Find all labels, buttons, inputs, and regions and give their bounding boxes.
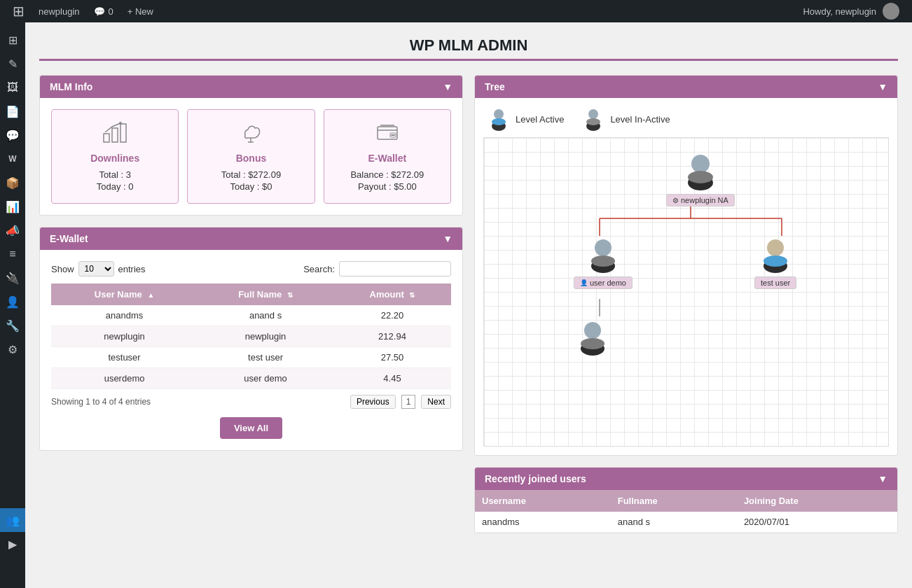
table-header: User Name ▲ Full Name ⇅ Amount ⇅	[51, 284, 451, 305]
legend-active: Level Active	[486, 106, 564, 132]
next-button[interactable]: Next	[421, 395, 451, 409]
bonus-card: Bonus Total : $272.09 Today : $0	[187, 109, 315, 204]
comment-icon: 💬	[94, 6, 105, 17]
tree-toggle-icon[interactable]: ▼	[878, 81, 887, 92]
legend-inactive-label: Level In-Active	[610, 114, 670, 125]
recently-joined-toggle-icon[interactable]: ▼	[878, 473, 887, 484]
entries-select[interactable]: 10 25 50 100	[78, 261, 114, 276]
sidebar-item-marketing[interactable]: 📣	[0, 218, 25, 242]
ewallet-controls: Show 10 25 50 100 entries Search:	[51, 261, 451, 276]
svg-rect-0	[104, 134, 109, 142]
tree-title: Tree	[485, 81, 505, 92]
user-demo-label: 👤 user demo	[574, 276, 633, 289]
ewallet-balance: Balance : $272.09	[333, 169, 442, 180]
col-rj-username: Username	[475, 490, 611, 512]
comments-link[interactable]: 💬 0	[87, 0, 120, 22]
tree-container: ⚙ newplugin NA	[483, 137, 889, 447]
ewallet-header: E-Wallet ▼	[40, 227, 462, 250]
root-node-label: ⚙ newplugin NA	[666, 194, 735, 206]
ewallet-section-title: E-Wallet	[50, 233, 88, 244]
new-content-link[interactable]: + New	[120, 0, 160, 22]
sidebar-item-mlm[interactable]: 👥	[0, 508, 25, 532]
recently-joined-body: Username Fullname Joining Date anandms a…	[475, 490, 897, 533]
site-name-link[interactable]: newplugin	[32, 0, 87, 22]
col-amount[interactable]: Amount ⇅	[333, 284, 451, 305]
svg-point-27	[764, 255, 787, 267]
sort-fullname-icon: ⇅	[287, 291, 293, 299]
col-username[interactable]: User Name ▲	[51, 284, 198, 305]
svg-point-22	[595, 239, 612, 256]
cell-amount: 27.50	[333, 347, 451, 368]
search-box: Search:	[303, 261, 451, 276]
mlm-info-toggle-icon[interactable]: ▼	[443, 81, 452, 92]
table-row: testuser test user 27.50	[51, 347, 451, 368]
wp-sidebar: ⊞ ✎ 🖼 📄 💬 W 📦 📊 📣 ≡ 🔌 👤 🔧 ⚙ 👥 ▶	[0, 22, 25, 588]
ewallet-toggle-icon[interactable]: ▼	[443, 233, 452, 244]
pagination: Previous 1 Next	[350, 395, 451, 409]
inactive-person-icon	[581, 106, 606, 132]
dashboard-grid: MLM Info ▼	[39, 75, 898, 533]
sidebar-item-pages[interactable]: 📄	[0, 99, 25, 123]
ewallet-payout: Payout : $5.00	[333, 181, 442, 192]
sidebar-item-comments[interactable]: 💬	[0, 123, 25, 147]
col-rj-fullname: Fullname	[611, 490, 737, 512]
svg-point-10	[492, 118, 506, 125]
recently-table-row: anandms anand s 2020/07/01	[475, 512, 897, 533]
test-user-label: test user	[754, 276, 796, 289]
sidebar-item-media[interactable]: 🖼	[0, 76, 25, 99]
prev-button[interactable]: Previous	[350, 395, 396, 409]
cell-username: userdemo	[51, 368, 198, 389]
wp-logo-icon: ⊞	[13, 3, 25, 20]
cell-fullname: test user	[198, 347, 333, 368]
howdy-link[interactable]: Howdy, newplugin	[796, 0, 906, 22]
sidebar-item-posts[interactable]: ✎	[0, 52, 25, 76]
cell-amount: 22.20	[333, 305, 451, 326]
svg-point-25	[767, 239, 784, 256]
view-all-button[interactable]: View All	[220, 417, 282, 439]
show-label: Show	[51, 264, 74, 274]
sort-username-icon: ▲	[147, 291, 154, 299]
sidebar-item-users[interactable]: 👤	[0, 290, 25, 314]
sidebar-item-woo[interactable]: W	[0, 147, 25, 171]
wp-logo-link[interactable]: ⊞	[6, 0, 32, 22]
col-rj-date: Joining Date	[737, 490, 897, 512]
new-label: + New	[127, 6, 153, 17]
sidebar-item-plugins[interactable]: 🔌	[0, 266, 25, 290]
sidebar-item-dashboard[interactable]: ⊞	[0, 28, 25, 52]
sidebar-item-analytics[interactable]: 📊	[0, 195, 25, 218]
sidebar-item-tools[interactable]: 🔧	[0, 314, 25, 337]
sidebar-item-video[interactable]: ▶	[0, 532, 25, 556]
test-user-avatar	[756, 236, 794, 274]
svg-point-8	[494, 109, 504, 119]
page-number: 1	[401, 395, 416, 409]
sidebar-item-pages2[interactable]: ≡	[0, 242, 25, 266]
cell-fullname: user demo	[198, 368, 333, 389]
site-name: newplugin	[39, 6, 80, 17]
ewallet-icon	[333, 120, 442, 150]
search-input[interactable]	[339, 261, 451, 276]
col-fullname[interactable]: Full Name ⇅	[198, 284, 333, 305]
page-title: WP MLM ADMIN	[39, 36, 898, 61]
svg-rect-2	[120, 124, 126, 142]
main-content: WP MLM ADMIN MLM Info ▼	[25, 22, 912, 588]
user-demo-avatar	[584, 236, 622, 274]
sidebar-item-settings[interactable]: ⚙	[0, 337, 25, 361]
table-body: anandms anand s 22.20 newplugin newplugi…	[51, 305, 451, 389]
tree-node-child	[574, 318, 612, 356]
legend-active-label: Level Active	[516, 114, 564, 125]
mlm-info-header: MLM Info ▼	[40, 76, 462, 98]
cell-amount: 212.94	[333, 326, 451, 347]
tree-header: Tree ▼	[475, 76, 897, 98]
showing-text: Showing 1 to 4 of 4 entries	[51, 397, 151, 407]
svg-point-19	[691, 155, 710, 173]
legend-inactive: Level In-Active	[581, 106, 670, 132]
table-row: anandms anand s 22.20	[51, 305, 451, 326]
active-person-icon	[486, 106, 511, 132]
howdy-text: Howdy, newplugin	[803, 6, 876, 17]
sidebar-item-products[interactable]: 📦	[0, 171, 25, 195]
downlines-card: Downlines Total : 3 Today : 0	[51, 109, 179, 204]
tree-nodes: ⚙ newplugin NA	[484, 138, 888, 446]
svg-point-21	[688, 171, 713, 183]
search-label: Search:	[303, 264, 335, 274]
mlm-cards: Downlines Total : 3 Today : 0	[51, 109, 451, 204]
